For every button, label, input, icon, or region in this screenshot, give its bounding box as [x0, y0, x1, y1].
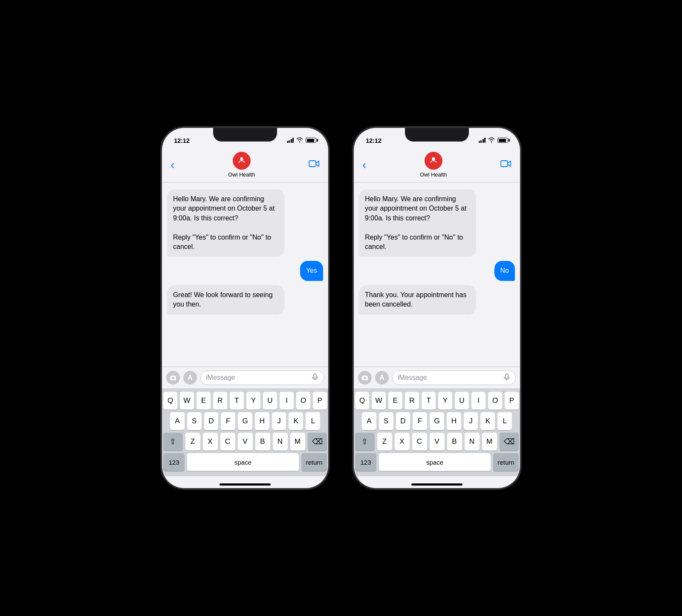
delete-key[interactable]: ⌫ — [308, 433, 327, 451]
space-key[interactable]: space — [187, 453, 299, 471]
nav-bar: ‹ Owl Health — [354, 148, 520, 182]
audio-icon — [312, 373, 318, 382]
key-s[interactable]: S — [187, 412, 202, 430]
key-q[interactable]: Q — [163, 392, 177, 410]
key-j[interactable]: J — [272, 412, 286, 430]
key-y[interactable]: Y — [438, 392, 452, 410]
key-b[interactable]: B — [447, 433, 462, 451]
message-text: Great! We look forward to seeing you the… — [173, 291, 273, 308]
message-text: Hello Mary. We are confirming your appoi… — [365, 195, 466, 250]
key-l[interactable]: L — [497, 412, 512, 430]
shift-key[interactable]: ⇧ — [355, 433, 375, 451]
space-key[interactable]: space — [379, 453, 491, 471]
key-n[interactable]: N — [273, 433, 288, 451]
key-o[interactable]: O — [488, 392, 502, 410]
back-button[interactable]: ‹ — [362, 158, 366, 172]
key-h[interactable]: H — [255, 412, 269, 430]
numbers-key[interactable]: 123 — [163, 453, 185, 471]
key-d[interactable]: D — [204, 412, 219, 430]
battery-icon — [306, 138, 316, 143]
shift-key[interactable]: ⇧ — [163, 433, 183, 451]
apps-button[interactable]: A — [183, 371, 197, 385]
phone-2: 12:12 — [354, 128, 520, 488]
input-area: A iMessage — [354, 367, 520, 388]
nav-center: Owl Health — [420, 152, 447, 178]
key-f[interactable]: F — [221, 412, 235, 430]
return-key[interactable]: return — [493, 453, 519, 471]
key-g[interactable]: G — [238, 412, 252, 430]
camera-button[interactable] — [358, 371, 372, 385]
apps-button[interactable]: A — [375, 371, 389, 385]
key-a[interactable]: A — [170, 412, 185, 430]
keyboard-row-3: ⇧ Z X C V B N M ⌫ — [163, 433, 327, 451]
key-f[interactable]: F — [413, 412, 427, 430]
keyboard: Q W E R T Y U I O P A S D — [162, 388, 328, 476]
phones-container: 12:12 — [162, 128, 520, 488]
imessage-input[interactable]: iMessage — [200, 370, 324, 385]
key-d[interactable]: D — [396, 412, 410, 430]
key-p[interactable]: P — [313, 392, 327, 410]
avatar — [233, 152, 251, 170]
keyboard-row-3: ⇧ Z X C V B N M ⌫ — [355, 433, 519, 451]
key-t[interactable]: T — [230, 392, 244, 410]
key-v[interactable]: V — [430, 433, 445, 451]
key-r[interactable]: R — [213, 392, 227, 410]
key-a[interactable]: A — [362, 412, 376, 430]
message-bubble: Great! We look forward to seeing you the… — [167, 285, 284, 315]
key-h[interactable]: H — [447, 412, 461, 430]
key-m[interactable]: M — [482, 433, 497, 451]
key-k[interactable]: K — [289, 412, 303, 430]
messages-area: Hello Mary. We are confirming your appoi… — [354, 182, 520, 367]
back-button[interactable]: ‹ — [170, 158, 174, 172]
key-w[interactable]: W — [372, 392, 386, 410]
key-g[interactable]: G — [430, 412, 444, 430]
key-n[interactable]: N — [465, 433, 480, 451]
key-s[interactable]: S — [379, 412, 393, 430]
key-c[interactable]: C — [220, 433, 235, 451]
message-bubble: Yes — [300, 261, 323, 281]
svg-rect-6 — [314, 374, 316, 378]
key-y[interactable]: Y — [246, 392, 260, 410]
signal-icon — [479, 138, 486, 143]
imessage-input[interactable]: iMessage — [392, 370, 516, 385]
key-l[interactable]: L — [306, 412, 320, 430]
key-o[interactable]: O — [296, 392, 310, 410]
svg-point-2 — [243, 159, 243, 159]
input-placeholder: iMessage — [398, 374, 427, 382]
key-e[interactable]: E — [388, 392, 402, 410]
key-u[interactable]: U — [455, 392, 469, 410]
key-k[interactable]: K — [480, 412, 495, 430]
svg-point-5 — [172, 377, 174, 379]
key-p[interactable]: P — [505, 392, 519, 410]
key-r[interactable]: R — [405, 392, 419, 410]
key-t[interactable]: T — [422, 392, 436, 410]
video-icon[interactable] — [500, 159, 512, 170]
key-m[interactable]: M — [290, 433, 305, 451]
delete-key[interactable]: ⌫ — [500, 433, 519, 451]
key-i[interactable]: I — [471, 392, 485, 410]
key-j[interactable]: J — [464, 412, 478, 430]
return-key[interactable]: return — [301, 453, 327, 471]
camera-button[interactable] — [166, 371, 180, 385]
key-u[interactable]: U — [263, 392, 277, 410]
key-i[interactable]: I — [280, 392, 294, 410]
key-q[interactable]: Q — [355, 392, 369, 410]
key-b[interactable]: B — [255, 433, 270, 451]
key-z[interactable]: Z — [377, 433, 392, 451]
key-v[interactable]: V — [238, 433, 253, 451]
key-x[interactable]: X — [203, 433, 218, 451]
numbers-key[interactable]: 123 — [355, 453, 376, 471]
key-c[interactable]: C — [412, 433, 427, 451]
status-icons — [479, 137, 509, 144]
phone-1-screen: 12:12 — [162, 128, 328, 488]
key-e[interactable]: E — [197, 392, 211, 410]
video-icon[interactable] — [309, 159, 320, 170]
message-text: Thank you. Your appointment has been can… — [365, 291, 466, 308]
key-x[interactable]: X — [395, 433, 410, 451]
avatar — [425, 152, 442, 170]
key-w[interactable]: W — [180, 392, 194, 410]
key-z[interactable]: Z — [185, 433, 200, 451]
signal-icon — [287, 138, 294, 143]
keyboard-row-2: A S D F G H J K L — [163, 412, 327, 430]
message-bubble: Hello Mary. We are confirming your appoi… — [167, 189, 284, 257]
